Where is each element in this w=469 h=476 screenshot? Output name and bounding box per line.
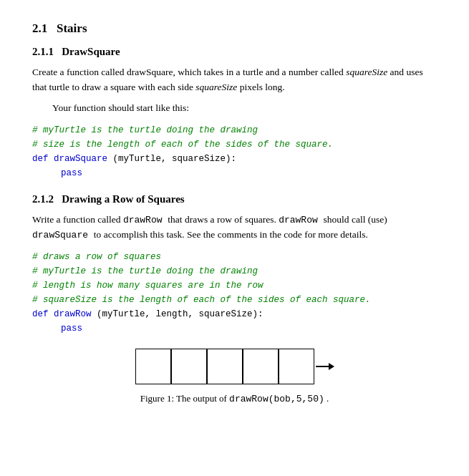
drawsquare-body1: Create a function called drawSquare, whi… — [32, 65, 437, 95]
code-row-line-2: # myTurtle is the turtle doing the drawi… — [32, 264, 437, 278]
subsection-2-1-2: 2.1.2 Drawing a Row of Squares Write a f… — [32, 193, 437, 404]
square-4 — [243, 349, 279, 384]
subsection-2-1-2-title: 2.1.2 Drawing a Row of Squares — [32, 193, 437, 205]
squares-diagram — [135, 349, 334, 384]
subsection-2-1-1-title: 2.1.1 DrawSquare — [32, 46, 437, 58]
code-row-line-6: pass — [61, 321, 437, 336]
drawrow-body1: Write a function called drawRow that dra… — [32, 213, 437, 243]
figure-caption: Figure 1: The output of drawRow(bob,5,50… — [140, 393, 329, 404]
section-2-1: 2.1 Stairs 2.1.1 DrawSquare Create a fun… — [32, 21, 437, 404]
code-line-1: # myTurtle is the turtle doing the drawi… — [32, 123, 437, 137]
square-3 — [207, 349, 243, 384]
subsection-2-1-1: 2.1.1 DrawSquare Create a function calle… — [32, 46, 437, 180]
code-row-line-5: def drawRow (myTurtle, length, squareSiz… — [32, 307, 437, 321]
code-row-line-3: # length is how many squares are in the … — [32, 278, 437, 293]
code-row-line-1: # draws a row of squares — [32, 250, 437, 264]
square-2 — [171, 349, 207, 384]
code-line-2: # size is the length of each of the side… — [32, 137, 437, 152]
section-2-1-title: 2.1 Stairs — [32, 21, 437, 36]
square-1 — [135, 349, 171, 384]
drawsquare-indent: Your function should start like this: — [52, 101, 437, 116]
code-row-line-4: # squareSize is the length of each of th… — [32, 293, 437, 307]
arrow-head — [329, 363, 334, 370]
drawsquare-code: # myTurtle is the turtle doing the drawi… — [32, 123, 437, 180]
drawrow-code: # draws a row of squares # myTurtle is t… — [32, 250, 437, 336]
code-line-3: def drawSquare (myTurtle, squareSize): — [32, 152, 437, 166]
arrow-line — [316, 366, 329, 367]
arrow — [316, 363, 334, 370]
code-line-4: pass — [61, 166, 437, 180]
square-5 — [279, 349, 314, 384]
figure-1: Figure 1: The output of drawRow(bob,5,50… — [32, 349, 437, 404]
